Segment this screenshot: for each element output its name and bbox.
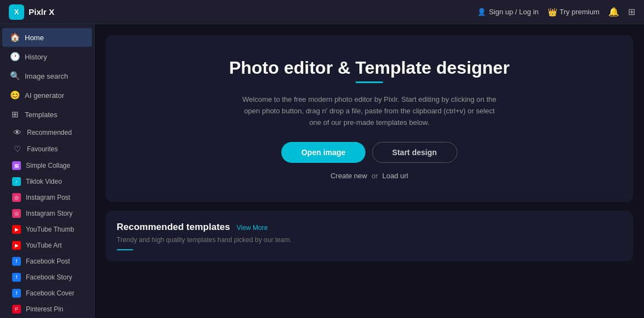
templates-underline (117, 249, 133, 250)
sidebar-sub-facebook-post[interactable]: f Facebook Post (2, 254, 92, 269)
sidebar-sub-facebook-story[interactable]: f Facebook Story (2, 270, 92, 285)
apps-grid-icon[interactable]: ⊞ (628, 7, 635, 17)
history-icon: 🕐 (10, 52, 20, 62)
hero-underline (356, 81, 383, 83)
logo-text: Pixlr X (29, 7, 54, 17)
sidebar-item-image-search-label: Image search (25, 72, 68, 80)
notifications-bell-icon[interactable]: 🔔 (608, 7, 619, 17)
instagram-story-icon: ◎ (12, 209, 21, 218)
youtube-thumb-icon: ▶ (12, 225, 21, 234)
sidebar-sub-tiktok-label: Tiktok Video (26, 178, 62, 185)
search-icon: 🔍 (10, 71, 20, 81)
sidebar-sub-instagram-post[interactable]: ◎ Instagram Post (2, 190, 92, 205)
create-new-link[interactable]: Create new (330, 172, 367, 180)
sidebar-sub-facebook-post-label: Facebook Post (26, 257, 70, 265)
home-icon: 🏠 (10, 32, 20, 42)
sidebar-item-ai-generator[interactable]: 😊 AI generator (2, 86, 92, 105)
sidebar-item-templates-label: Templates (25, 111, 57, 119)
user-icon: 👤 (477, 8, 486, 16)
view-more-link[interactable]: View More (237, 224, 268, 232)
facebook-cover-icon: f (12, 289, 21, 298)
sidebar-sub-youtube-thumb-label: YouTube Thumb (26, 226, 74, 233)
sidebar-sub-recommended[interactable]: 👁 Recommended (2, 124, 92, 140)
sidebar-item-history-label: History (25, 53, 47, 61)
sidebar-item-image-search[interactable]: 🔍 Image search (2, 67, 92, 85)
sidebar-sub-pinterest-pin-label: Pinterest Pin (26, 305, 63, 313)
open-image-button[interactable]: Open image (281, 142, 365, 163)
templates-icon: ⊞ (10, 109, 20, 119)
sidebar-sub-favourites[interactable]: ♡ Favourites (2, 141, 92, 157)
simple-collage-icon: ▦ (12, 161, 21, 170)
logo-area[interactable]: X Pixlr X (9, 4, 54, 20)
sidebar-item-ai-label: AI generator (25, 91, 64, 100)
templates-subtitle: Trendy and high quality templates hand p… (117, 236, 622, 244)
load-url-link[interactable]: Load url (383, 172, 408, 180)
sidebar-sub-facebook-cover[interactable]: f Facebook Cover (2, 286, 92, 301)
sidebar-sub-facebook-story-label: Facebook Story (26, 273, 72, 281)
youtube-art-icon: ▶ (12, 241, 21, 250)
sidebar-sub-recommended-label: Recommended (27, 129, 72, 136)
templates-section: Recommended templates View More Trendy a… (106, 211, 633, 261)
sidebar-item-home-label: Home (25, 34, 44, 42)
heart-icon: ♡ (12, 144, 22, 154)
sidebar-sub-favourites-label: Favourites (27, 145, 58, 153)
facebook-post-icon: f (12, 257, 21, 266)
pinterest-pin-icon: P (12, 305, 21, 314)
sidebar-sub-pinterest-pin[interactable]: P Pinterest Pin (2, 301, 92, 317)
sidebar-item-history[interactable]: 🕐 History (2, 47, 92, 66)
templates-section-title: Recommended templates (117, 222, 230, 233)
topnav: X Pixlr X 👤 Sign up / Log in 👑 Try premi… (0, 0, 644, 24)
sidebar-sub-youtube-art-label: YouTube Art (26, 242, 62, 249)
sidebar-sub-youtube-thumb[interactable]: ▶ YouTube Thumb (2, 222, 92, 237)
templates-header: Recommended templates View More (117, 222, 622, 233)
hero-title: Photo editor & Template designer (133, 57, 605, 78)
tiktok-icon: ♪ (12, 177, 21, 186)
crown-icon: 👑 (548, 8, 557, 17)
hero-description: Welcome to the free modern photo editor … (237, 94, 501, 128)
sidebar-item-home[interactable]: 🏠 Home (2, 28, 92, 47)
sidebar-sub-instagram-story-label: Instagram Story (26, 210, 73, 217)
ai-icon: 😊 (10, 90, 20, 100)
main-content: Photo editor & Template designer Welcome… (95, 24, 644, 318)
sidebar-sub-instagram-post-label: Instagram Post (26, 194, 70, 201)
or-separator: or (372, 172, 378, 180)
signup-link[interactable]: 👤 Sign up / Log in (477, 8, 538, 16)
sidebar-item-templates[interactable]: ⊞ Templates (2, 105, 92, 124)
topnav-actions: 👤 Sign up / Log in 👑 Try premium 🔔 ⊞ (477, 7, 635, 17)
sidebar-sub-instagram-story[interactable]: ◎ Instagram Story (2, 206, 92, 221)
sidebar-sub-simple-collage-label: Simple Collage (26, 162, 70, 169)
eye-icon: 👁 (12, 128, 22, 137)
instagram-post-icon: ◎ (12, 193, 21, 202)
logo-icon: X (9, 4, 24, 20)
sidebar-sub-simple-collage[interactable]: ▦ Simple Collage (2, 158, 92, 173)
main-layout: 🏠 Home 🕐 History 🔍 Image search 😊 AI gen… (0, 24, 644, 318)
sidebar-sub-youtube-art[interactable]: ▶ YouTube Art (2, 238, 92, 253)
hero-buttons: Open image Start design (133, 142, 605, 163)
sidebar: 🏠 Home 🕐 History 🔍 Image search 😊 AI gen… (0, 24, 95, 318)
hero-section: Photo editor & Template designer Welcome… (106, 35, 633, 202)
hero-links: Create new or Load url (133, 172, 605, 180)
facebook-story-icon: f (12, 273, 21, 282)
start-design-button[interactable]: Start design (372, 142, 457, 163)
sidebar-sub-tiktok-video[interactable]: ♪ Tiktok Video (2, 174, 92, 189)
sidebar-sub-facebook-cover-label: Facebook Cover (26, 289, 74, 297)
try-premium-button[interactable]: 👑 Try premium (548, 8, 599, 17)
